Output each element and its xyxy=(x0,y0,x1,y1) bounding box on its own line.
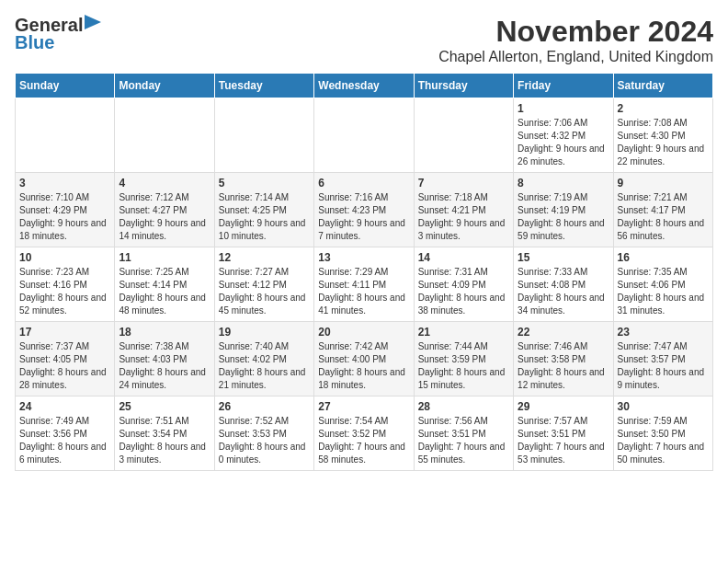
day-number: 17 xyxy=(19,326,110,339)
day-info: Sunrise: 7:42 AM Sunset: 4:00 PM Dayligh… xyxy=(318,340,409,392)
day-info: Sunrise: 7:10 AM Sunset: 4:29 PM Dayligh… xyxy=(19,191,110,243)
calendar-week-row: 3Sunrise: 7:10 AM Sunset: 4:29 PM Daylig… xyxy=(16,173,713,247)
day-number: 21 xyxy=(418,326,509,339)
day-number: 9 xyxy=(618,177,709,190)
calendar-cell: 23Sunrise: 7:47 AM Sunset: 3:57 PM Dayli… xyxy=(613,322,712,396)
calendar-cell: 22Sunrise: 7:46 AM Sunset: 3:58 PM Dayli… xyxy=(514,322,613,396)
day-info: Sunrise: 7:21 AM Sunset: 4:17 PM Dayligh… xyxy=(618,191,709,243)
logo: General Blue xyxy=(15,15,103,53)
calendar-cell: 29Sunrise: 7:57 AM Sunset: 3:51 PM Dayli… xyxy=(514,396,613,471)
day-info: Sunrise: 7:44 AM Sunset: 3:59 PM Dayligh… xyxy=(418,340,509,392)
day-number: 23 xyxy=(618,326,709,339)
day-number: 15 xyxy=(518,251,609,264)
day-info: Sunrise: 7:52 AM Sunset: 3:53 PM Dayligh… xyxy=(219,415,310,466)
calendar-cell: 30Sunrise: 7:59 AM Sunset: 3:50 PM Dayli… xyxy=(613,396,712,471)
calendar-cell xyxy=(314,98,414,173)
calendar-cell xyxy=(214,98,313,173)
calendar-cell: 3Sunrise: 7:10 AM Sunset: 4:29 PM Daylig… xyxy=(16,173,115,247)
logo-triangle-icon xyxy=(85,15,103,33)
calendar-cell: 5Sunrise: 7:14 AM Sunset: 4:25 PM Daylig… xyxy=(214,173,313,247)
calendar-cell: 19Sunrise: 7:40 AM Sunset: 4:02 PM Dayli… xyxy=(214,322,313,396)
calendar-week-row: 24Sunrise: 7:49 AM Sunset: 3:56 PM Dayli… xyxy=(16,396,713,471)
day-info: Sunrise: 7:06 AM Sunset: 4:32 PM Dayligh… xyxy=(518,117,609,168)
day-number: 6 xyxy=(318,177,409,190)
calendar-cell: 4Sunrise: 7:12 AM Sunset: 4:27 PM Daylig… xyxy=(115,173,214,247)
day-number: 19 xyxy=(219,326,310,339)
calendar-header-monday: Monday xyxy=(115,74,214,98)
day-number: 26 xyxy=(219,400,310,413)
day-number: 30 xyxy=(618,400,709,413)
day-info: Sunrise: 7:56 AM Sunset: 3:51 PM Dayligh… xyxy=(418,415,509,466)
calendar-cell: 26Sunrise: 7:52 AM Sunset: 3:53 PM Dayli… xyxy=(214,396,313,471)
calendar-cell: 17Sunrise: 7:37 AM Sunset: 4:05 PM Dayli… xyxy=(16,322,115,396)
day-number: 2 xyxy=(618,102,709,115)
calendar-cell: 24Sunrise: 7:49 AM Sunset: 3:56 PM Dayli… xyxy=(16,396,115,471)
day-info: Sunrise: 7:35 AM Sunset: 4:06 PM Dayligh… xyxy=(618,266,709,317)
calendar-cell: 18Sunrise: 7:38 AM Sunset: 4:03 PM Dayli… xyxy=(115,322,214,396)
day-number: 12 xyxy=(219,251,310,264)
calendar-header-row: SundayMondayTuesdayWednesdayThursdayFrid… xyxy=(16,74,713,98)
day-info: Sunrise: 7:29 AM Sunset: 4:11 PM Dayligh… xyxy=(318,266,409,317)
calendar-cell: 13Sunrise: 7:29 AM Sunset: 4:11 PM Dayli… xyxy=(314,247,414,322)
day-info: Sunrise: 7:12 AM Sunset: 4:27 PM Dayligh… xyxy=(119,191,210,243)
day-info: Sunrise: 7:47 AM Sunset: 3:57 PM Dayligh… xyxy=(618,340,709,392)
day-number: 11 xyxy=(119,251,210,264)
svg-marker-0 xyxy=(85,15,101,29)
day-number: 3 xyxy=(19,177,110,190)
day-number: 20 xyxy=(318,326,409,339)
day-number: 4 xyxy=(119,177,210,190)
day-info: Sunrise: 7:54 AM Sunset: 3:52 PM Dayligh… xyxy=(318,415,409,466)
day-number: 14 xyxy=(418,251,509,264)
calendar-header-friday: Friday xyxy=(514,74,613,98)
day-info: Sunrise: 7:27 AM Sunset: 4:12 PM Dayligh… xyxy=(219,266,310,317)
day-info: Sunrise: 7:31 AM Sunset: 4:09 PM Dayligh… xyxy=(418,266,509,317)
calendar-cell: 25Sunrise: 7:51 AM Sunset: 3:54 PM Dayli… xyxy=(115,396,214,471)
calendar-header-sunday: Sunday xyxy=(16,74,115,98)
page-header: General Blue November 2024 Chapel Allert… xyxy=(15,15,713,65)
day-number: 5 xyxy=(219,177,310,190)
day-info: Sunrise: 7:25 AM Sunset: 4:14 PM Dayligh… xyxy=(119,266,210,317)
calendar-cell xyxy=(16,98,115,173)
calendar-header-thursday: Thursday xyxy=(414,74,513,98)
day-number: 24 xyxy=(19,400,110,413)
day-number: 27 xyxy=(318,400,409,413)
day-info: Sunrise: 7:18 AM Sunset: 4:21 PM Dayligh… xyxy=(418,191,509,243)
calendar-header-wednesday: Wednesday xyxy=(314,74,414,98)
day-number: 1 xyxy=(518,102,609,115)
calendar-cell: 6Sunrise: 7:16 AM Sunset: 4:23 PM Daylig… xyxy=(314,173,414,247)
calendar-cell: 9Sunrise: 7:21 AM Sunset: 4:17 PM Daylig… xyxy=(613,173,712,247)
calendar-cell: 7Sunrise: 7:18 AM Sunset: 4:21 PM Daylig… xyxy=(414,173,513,247)
calendar-week-row: 1Sunrise: 7:06 AM Sunset: 4:32 PM Daylig… xyxy=(16,98,713,173)
calendar-cell: 12Sunrise: 7:27 AM Sunset: 4:12 PM Dayli… xyxy=(214,247,313,322)
calendar-cell: 11Sunrise: 7:25 AM Sunset: 4:14 PM Dayli… xyxy=(115,247,214,322)
day-info: Sunrise: 7:40 AM Sunset: 4:02 PM Dayligh… xyxy=(219,340,310,392)
calendar-cell: 27Sunrise: 7:54 AM Sunset: 3:52 PM Dayli… xyxy=(314,396,414,471)
day-info: Sunrise: 7:14 AM Sunset: 4:25 PM Dayligh… xyxy=(219,191,310,243)
day-number: 28 xyxy=(418,400,509,413)
location: Chapel Allerton, England, United Kingdom xyxy=(438,49,713,65)
day-number: 7 xyxy=(418,177,509,190)
day-info: Sunrise: 7:46 AM Sunset: 3:58 PM Dayligh… xyxy=(518,340,609,392)
calendar-cell: 14Sunrise: 7:31 AM Sunset: 4:09 PM Dayli… xyxy=(414,247,513,322)
calendar-week-row: 10Sunrise: 7:23 AM Sunset: 4:16 PM Dayli… xyxy=(16,247,713,322)
calendar-week-row: 17Sunrise: 7:37 AM Sunset: 4:05 PM Dayli… xyxy=(16,322,713,396)
day-info: Sunrise: 7:37 AM Sunset: 4:05 PM Dayligh… xyxy=(19,340,110,392)
day-info: Sunrise: 7:33 AM Sunset: 4:08 PM Dayligh… xyxy=(518,266,609,317)
calendar-cell: 20Sunrise: 7:42 AM Sunset: 4:00 PM Dayli… xyxy=(314,322,414,396)
day-number: 8 xyxy=(518,177,609,190)
calendar-cell: 2Sunrise: 7:08 AM Sunset: 4:30 PM Daylig… xyxy=(613,98,712,173)
day-info: Sunrise: 7:49 AM Sunset: 3:56 PM Dayligh… xyxy=(19,415,110,466)
day-number: 18 xyxy=(119,326,210,339)
day-number: 16 xyxy=(618,251,709,264)
calendar-cell: 21Sunrise: 7:44 AM Sunset: 3:59 PM Dayli… xyxy=(414,322,513,396)
title-block: November 2024 Chapel Allerton, England, … xyxy=(438,15,713,65)
day-number: 22 xyxy=(518,326,609,339)
calendar-cell: 28Sunrise: 7:56 AM Sunset: 3:51 PM Dayli… xyxy=(414,396,513,471)
day-number: 13 xyxy=(318,251,409,264)
day-info: Sunrise: 7:23 AM Sunset: 4:16 PM Dayligh… xyxy=(19,266,110,317)
calendar-cell: 1Sunrise: 7:06 AM Sunset: 4:32 PM Daylig… xyxy=(514,98,613,173)
day-info: Sunrise: 7:51 AM Sunset: 3:54 PM Dayligh… xyxy=(119,415,210,466)
day-number: 25 xyxy=(119,400,210,413)
day-info: Sunrise: 7:08 AM Sunset: 4:30 PM Dayligh… xyxy=(618,117,709,168)
month-title: November 2024 xyxy=(438,15,713,49)
